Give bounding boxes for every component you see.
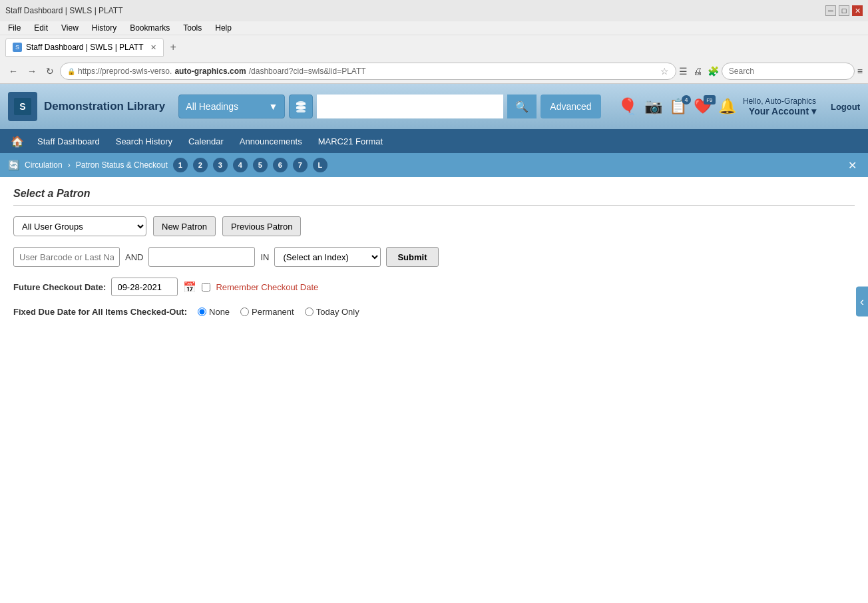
list-badge: 4: [682, 95, 691, 104]
previous-patron-button[interactable]: Previous Patron: [222, 216, 302, 236]
step-5[interactable]: 5: [253, 158, 268, 172]
due-date-none-option[interactable]: None: [198, 307, 230, 317]
bookmark-icon[interactable]: ☆: [660, 66, 669, 77]
menu-file[interactable]: File: [5, 23, 23, 33]
menu-bookmarks[interactable]: Bookmarks: [127, 23, 172, 33]
breadcrumb-circulation[interactable]: Circulation: [25, 160, 63, 170]
checkout-date-row: Future Checkout Date: 📅 Remember Checkou…: [13, 278, 855, 296]
remember-label[interactable]: Remember Checkout Date: [216, 282, 318, 292]
due-date-today-label: Today Only: [316, 307, 359, 317]
step-3[interactable]: 3: [213, 158, 228, 172]
nav-staff-dashboard[interactable]: Staff Dashboard: [29, 131, 108, 152]
due-date-permanent-option[interactable]: Permanent: [240, 307, 294, 317]
and-label: AND: [125, 252, 143, 262]
menu-tools[interactable]: Tools: [180, 23, 204, 33]
nav-search-history[interactable]: Search History: [108, 131, 180, 152]
breadcrumb-separator: ›: [68, 160, 71, 170]
nav-marc21[interactable]: MARC21 Format: [310, 131, 391, 152]
db-svg: [295, 100, 307, 112]
due-date-permanent-label: Permanent: [252, 307, 294, 317]
logo-icon: S: [13, 97, 33, 116]
heading-select-dropdown[interactable]: All Headings ▼: [178, 95, 285, 118]
menu-help[interactable]: Help: [212, 23, 234, 33]
database-icon[interactable]: [289, 95, 313, 118]
calendar-icon[interactable]: 📅: [183, 281, 196, 294]
tab-bar: S Staff Dashboard | SWLS | PLATT ✕ +: [0, 35, 868, 59]
due-date-none-radio[interactable]: [198, 307, 206, 316]
due-date-none-label: None: [209, 307, 230, 317]
submit-button[interactable]: Submit: [386, 247, 438, 267]
close-button[interactable]: ✕: [852, 5, 863, 16]
nav-announcements[interactable]: Announcements: [232, 131, 310, 152]
menu-edit[interactable]: Edit: [31, 23, 51, 33]
second-search-input[interactable]: [148, 247, 255, 267]
due-date-permanent-radio[interactable]: [240, 307, 249, 316]
menu-history[interactable]: History: [89, 23, 119, 33]
due-date-today-radio[interactable]: [305, 307, 314, 316]
url-bar[interactable]: 🔒 https://preprod-swls-verso.auto-graphi…: [60, 63, 676, 80]
step-6[interactable]: 6: [273, 158, 288, 172]
url-path: /dashboard?cid=swls&lid=PLATT: [249, 67, 366, 76]
back-button[interactable]: ←: [5, 65, 21, 78]
search-button[interactable]: 🔍: [507, 95, 537, 118]
breadcrumb-close-button[interactable]: ✕: [844, 157, 860, 173]
nav-bar: 🏠 Staff Dashboard Search History Calenda…: [0, 129, 868, 153]
advanced-search-button[interactable]: Advanced: [541, 95, 600, 118]
account-dropdown[interactable]: Your Account ▾: [743, 106, 816, 116]
extensions-icon[interactable]: 🧩: [708, 66, 719, 77]
checkout-date-input[interactable]: [111, 278, 178, 296]
due-date-label: Fixed Due Date for All Items Checked-Out…: [13, 307, 187, 317]
url-domain: auto-graphics.com: [174, 67, 246, 76]
user-greeting: Hello, Auto-Graphics: [743, 97, 816, 106]
logout-button[interactable]: Logout: [831, 102, 860, 112]
minimize-button[interactable]: ─: [825, 5, 836, 16]
menu-view[interactable]: View: [59, 23, 81, 33]
security-icon: 🔒: [67, 68, 75, 75]
patron-select-row: All User Groups Faculty Student Staff Pu…: [13, 216, 855, 236]
camera-icon[interactable]: 📷: [644, 98, 662, 114]
balloon-icon[interactable]: 🎈: [618, 97, 638, 116]
title-bar-left: Staff Dashboard | SWLS | PLATT: [5, 6, 123, 15]
heading-select-label: All Headings: [186, 101, 238, 112]
browser-tab[interactable]: S Staff Dashboard | SWLS | PLATT ✕: [5, 38, 164, 57]
maximize-button[interactable]: □: [839, 5, 849, 16]
app-logo: S: [8, 92, 37, 121]
reload-button[interactable]: ↻: [43, 65, 57, 78]
breadcrumb-page: Patron Status & Checkout: [76, 160, 168, 170]
step-4[interactable]: 4: [233, 158, 248, 172]
breadcrumb-bar: 🔄 Circulation › Patron Status & Checkout…: [0, 153, 868, 177]
print-icon[interactable]: 🖨: [693, 66, 702, 77]
browser-search-input[interactable]: [722, 63, 855, 80]
nav-calendar[interactable]: Calendar: [180, 131, 232, 152]
camera-container: 📷: [644, 98, 662, 115]
page-title: Select a Patron: [13, 188, 855, 206]
tab-close-button[interactable]: ✕: [150, 43, 156, 52]
heading-dropdown-icon: ▼: [268, 101, 278, 112]
new-patron-button[interactable]: New Patron: [153, 216, 216, 236]
step-l[interactable]: L: [313, 158, 327, 172]
step-7[interactable]: 7: [293, 158, 308, 172]
step-2[interactable]: 2: [193, 158, 208, 172]
main-content: Select a Patron All User Groups Faculty …: [0, 177, 868, 543]
in-label: IN: [260, 252, 269, 262]
notifications-icon[interactable]: 🔔: [718, 98, 736, 115]
search-icon: 🔍: [515, 100, 529, 113]
favorites-badge: F9: [704, 95, 716, 104]
side-panel-toggle[interactable]: ‹: [856, 287, 868, 317]
step-1[interactable]: 1: [173, 158, 188, 172]
nav-home-icon[interactable]: 🏠: [5, 130, 29, 153]
menu-icon[interactable]: ≡: [857, 66, 863, 77]
search-input[interactable]: [317, 95, 503, 118]
favorites-container: ❤️ F9: [694, 98, 712, 115]
browser-title: Staff Dashboard | SWLS | PLATT: [5, 6, 123, 15]
svg-point-6: [296, 109, 306, 112]
reading-list-icon[interactable]: ☰: [679, 66, 688, 77]
due-date-today-option[interactable]: Today Only: [305, 307, 359, 317]
new-tab-button[interactable]: +: [166, 41, 180, 53]
forward-button[interactable]: →: [24, 65, 40, 78]
remember-checkbox[interactable]: [202, 283, 210, 292]
index-select[interactable]: (Select an Index) Last Name First Name B…: [274, 247, 381, 267]
circulation-icon: 🔄: [8, 160, 19, 170]
barcode-input[interactable]: [13, 247, 120, 267]
user-groups-select[interactable]: All User Groups Faculty Student Staff Pu…: [13, 216, 146, 236]
